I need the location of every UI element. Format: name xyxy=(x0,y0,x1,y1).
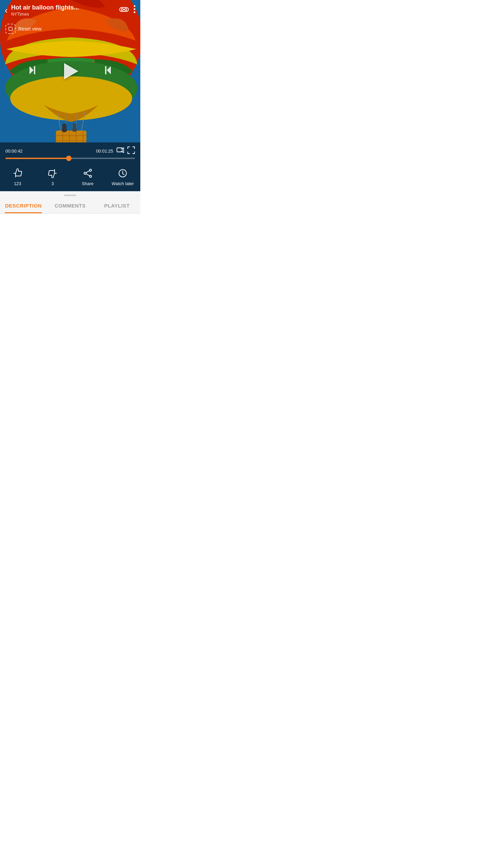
handle-bar xyxy=(64,195,76,196)
total-time: 00:01:25 xyxy=(96,149,113,154)
current-time: 00:00:42 xyxy=(5,149,23,154)
svg-point-25 xyxy=(134,8,136,10)
playback-controls xyxy=(0,60,140,82)
svg-line-35 xyxy=(86,171,89,173)
back-button[interactable]: ‹ xyxy=(5,6,8,15)
skip-back-button[interactable] xyxy=(28,65,39,78)
svg-line-36 xyxy=(86,174,89,176)
header-title-block: Hot air balloon flights... NYTimes xyxy=(11,4,119,17)
like-button[interactable]: 123 xyxy=(6,169,29,186)
action-bar: 123 3 Share Watch later xyxy=(0,165,140,191)
share-button[interactable]: Share xyxy=(76,169,100,186)
watch-later-label: Watch later xyxy=(112,181,134,186)
like-count: 123 xyxy=(14,181,21,186)
svg-marker-29 xyxy=(107,66,111,74)
dislike-button[interactable]: 3 xyxy=(41,169,64,186)
play-button[interactable] xyxy=(59,60,81,82)
reset-view-button[interactable]: Reset view xyxy=(5,24,41,34)
tab-playlist-label: PLAYLIST xyxy=(104,203,129,209)
reset-view-label: Reset view xyxy=(18,26,41,32)
header-icons xyxy=(119,5,136,15)
svg-point-33 xyxy=(89,175,92,177)
watch-later-icon xyxy=(118,169,127,179)
dislike-count: 3 xyxy=(52,181,54,186)
more-options-icon[interactable] xyxy=(134,5,136,15)
watch-later-button[interactable]: Watch later xyxy=(111,169,135,186)
time-row: 00:00:42 00:01:25 xyxy=(5,146,135,156)
svg-rect-17 xyxy=(62,124,66,131)
share-label: Share xyxy=(82,181,94,186)
vr-headset-icon[interactable] xyxy=(119,6,129,14)
share-icon xyxy=(83,169,93,179)
tabs-section: DESCRIPTION COMMENTS PLAYLIST xyxy=(0,197,140,214)
video-header: ‹ Hot air balloon flights... NYTimes xyxy=(0,0,140,19)
share-screen-icon[interactable] xyxy=(117,146,124,156)
svg-point-24 xyxy=(134,5,136,7)
video-player: ‹ Hot air balloon flights... NYTimes xyxy=(0,0,140,142)
tab-comments-label: COMMENTS xyxy=(55,203,86,209)
svg-point-21 xyxy=(121,8,123,11)
drag-handle xyxy=(0,191,140,197)
svg-rect-28 xyxy=(34,66,35,74)
thumbs-down-icon xyxy=(48,169,57,179)
progress-bar[interactable] xyxy=(5,158,135,159)
svg-point-22 xyxy=(125,8,127,11)
fullscreen-icon[interactable] xyxy=(127,146,135,156)
svg-marker-27 xyxy=(29,66,34,74)
video-title: Hot air balloon flights... xyxy=(11,4,89,12)
tab-description-label: DESCRIPTION xyxy=(5,203,42,209)
tab-comments[interactable]: COMMENTS xyxy=(47,197,94,213)
progress-thumb xyxy=(66,156,72,161)
reset-view-icon xyxy=(5,24,16,34)
tab-playlist[interactable]: PLAYLIST xyxy=(94,197,140,213)
progress-section: 00:00:42 00:01:25 xyxy=(0,142,140,165)
thumbs-up-icon xyxy=(13,169,22,179)
svg-point-34 xyxy=(84,172,86,174)
tab-description[interactable]: DESCRIPTION xyxy=(0,197,47,213)
video-channel: NYTimes xyxy=(11,12,119,17)
progress-fill xyxy=(5,158,69,159)
skip-forward-button[interactable] xyxy=(101,65,112,78)
svg-rect-30 xyxy=(105,66,106,74)
svg-rect-19 xyxy=(73,123,76,130)
svg-point-26 xyxy=(134,12,136,13)
svg-point-32 xyxy=(89,169,92,171)
